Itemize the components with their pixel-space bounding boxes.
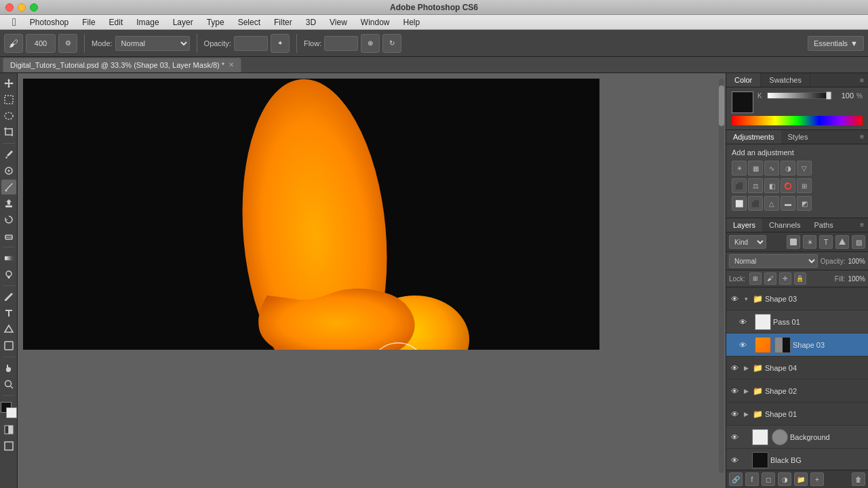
adj-selective-color[interactable]: ◩ <box>797 196 812 211</box>
menu-filter[interactable]: Filter <box>267 16 299 28</box>
adj-colorbalance[interactable]: ⚖ <box>748 178 763 193</box>
expand-shape02[interactable]: ▶ <box>742 386 750 396</box>
expand-shape04[interactable]: ▶ <box>742 363 750 373</box>
visibility-shape03-group[interactable]: 👁 <box>729 293 740 304</box>
tool-gradient[interactable] <box>1 251 16 266</box>
lock-transparent-icon[interactable]: ⊞ <box>749 272 762 285</box>
kind-select[interactable]: Kind Name Effect <box>729 235 766 249</box>
add-mask-btn[interactable]: ◻ <box>762 472 775 486</box>
lock-image-icon[interactable]: 🖌 <box>764 272 776 285</box>
adj-vibrance[interactable]: ▽ <box>797 161 812 176</box>
menu-edit[interactable]: Edit <box>102 16 130 28</box>
visibility-black-bg[interactable]: 👁 <box>729 455 740 466</box>
adj-panel-collapse[interactable]: ≡ <box>856 130 868 144</box>
brush-settings-btn[interactable]: ⚙ <box>58 34 77 53</box>
add-style-btn[interactable]: f <box>745 472 759 486</box>
menu-3d[interactable]: 3D <box>299 16 323 28</box>
adj-posterize[interactable]: ⬛ <box>748 196 763 211</box>
expand-pass01[interactable] <box>750 317 753 327</box>
tool-marquee[interactable] <box>1 92 16 107</box>
new-group-btn[interactable]: 📁 <box>794 472 808 486</box>
filter-smart-icon[interactable]: ▨ <box>852 235 865 249</box>
tab-paths[interactable]: Paths <box>808 218 840 232</box>
tool-move[interactable] <box>1 76 16 91</box>
adj-curves[interactable]: ∿ <box>764 161 779 176</box>
menu-file[interactable]: File <box>75 16 102 28</box>
tab-channels[interactable]: Channels <box>762 218 807 232</box>
layer-shape03[interactable]: 👁 Shape 03 <box>726 333 868 357</box>
tool-clone[interactable] <box>1 196 16 211</box>
vertical-scrollbar[interactable] <box>719 79 724 473</box>
essentials-button[interactable]: Essentials ▼ <box>808 36 864 51</box>
blend-mode-select[interactable]: Normal Multiply Screen Overlay <box>729 254 818 268</box>
menu-view[interactable]: View <box>323 16 354 28</box>
tool-eyedropper[interactable] <box>1 147 16 162</box>
layer-shape03-group[interactable]: 👁 ▾ 📁 Shape 03 <box>726 287 868 310</box>
adj-exposure[interactable]: ◑ <box>781 161 795 176</box>
menu-layer[interactable]: Layer <box>166 16 200 28</box>
brush-tool-icon[interactable]: 🖌 <box>4 34 23 53</box>
expand-shape03[interactable] <box>750 340 753 350</box>
tool-pen[interactable] <box>1 289 16 304</box>
color-panel-collapse[interactable]: ≡ <box>856 74 868 87</box>
visibility-pass01[interactable]: 👁 <box>737 317 748 327</box>
visibility-shape01[interactable]: 👁 <box>729 409 740 420</box>
maximize-button[interactable] <box>30 3 38 12</box>
adj-channelmixer[interactable]: ⊞ <box>797 178 812 193</box>
tool-shape[interactable] <box>1 338 16 353</box>
filter-pixel-icon[interactable] <box>787 235 800 249</box>
tool-text[interactable] <box>1 306 16 321</box>
adj-gradient-map[interactable]: ▬ <box>781 196 795 211</box>
adj-invert[interactable]: ⬜ <box>732 196 747 211</box>
expand-background[interactable] <box>742 432 750 443</box>
tool-zoom[interactable] <box>1 377 16 392</box>
expand-shape03-group[interactable]: ▾ <box>742 293 750 304</box>
menu-window[interactable]: Window <box>354 16 397 28</box>
tool-hand[interactable] <box>1 361 16 375</box>
menu-photoshop[interactable]: Photoshop <box>23 16 75 28</box>
close-button[interactable] <box>5 3 14 12</box>
layers-panel-collapse[interactable]: ≡ <box>856 218 868 232</box>
tool-lasso[interactable] <box>1 108 16 123</box>
adj-photofilter[interactable]: ⭕ <box>781 178 795 193</box>
visibility-shape04[interactable]: 👁 <box>729 363 740 373</box>
flow-input[interactable]: 100% <box>324 36 358 51</box>
layer-background[interactable]: 👁 Background <box>726 426 868 449</box>
tool-path-select[interactable] <box>1 322 16 337</box>
tool-brush[interactable] <box>1 180 16 195</box>
layer-shape02[interactable]: 👁 ▶ 📁 Shape 02 <box>726 380 868 403</box>
canvas-area[interactable] <box>18 73 726 488</box>
tab-adjustments[interactable]: Adjustments <box>726 130 781 144</box>
k-slider-thumb[interactable] <box>826 92 831 100</box>
flow-btn[interactable]: ⊕ <box>361 34 380 53</box>
expand-black-bg[interactable] <box>742 455 750 466</box>
k-slider-track[interactable] <box>767 92 832 99</box>
tool-heal[interactable] <box>1 163 16 178</box>
lock-position-icon[interactable]: ✛ <box>779 272 791 285</box>
tab-close-icon[interactable]: ✕ <box>229 61 234 68</box>
mode-select[interactable]: Normal Multiply Screen Overlay <box>115 36 190 51</box>
tab-color[interactable]: Color <box>726 73 761 87</box>
layer-shape04[interactable]: 👁 ▶ 📁 Shape 04 <box>726 357 868 380</box>
new-layer-btn[interactable]: + <box>810 472 824 486</box>
menu-apple[interactable]:  <box>5 16 23 28</box>
opacity-airbrush-btn[interactable]: ✦ <box>271 34 290 53</box>
fill-value[interactable]: 100% <box>848 275 865 283</box>
adj-threshold[interactable]: △ <box>764 196 779 211</box>
menu-select[interactable]: Select <box>231 16 267 28</box>
filter-shape-icon[interactable] <box>835 235 849 249</box>
menu-type[interactable]: Type <box>200 16 231 28</box>
opacity-value[interactable]: 100% <box>848 258 865 265</box>
adj-brightness[interactable]: ☀ <box>732 161 747 176</box>
link-layers-btn[interactable]: 🔗 <box>729 472 743 486</box>
visibility-shape02[interactable]: 👁 <box>729 386 740 396</box>
brush-size-btn[interactable]: 400 <box>26 34 56 53</box>
tool-dodge[interactable] <box>1 267 16 282</box>
tool-history[interactable] <box>1 212 16 227</box>
lock-all-icon[interactable]: 🔒 <box>794 272 806 285</box>
visibility-background[interactable]: 👁 <box>729 432 740 443</box>
layer-black-bg[interactable]: 👁 Black BG <box>726 449 868 470</box>
minimize-button[interactable] <box>18 3 26 12</box>
tool-quick-mask[interactable] <box>1 422 16 437</box>
delete-layer-btn[interactable]: 🗑 <box>852 472 865 486</box>
